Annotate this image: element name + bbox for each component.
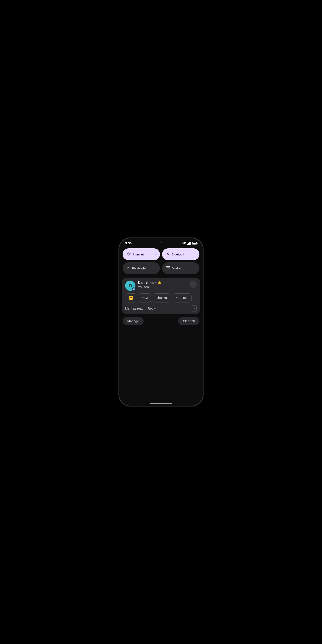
phone-frame: 9:30 5G Internet	[119, 238, 203, 406]
notification-bell-icon: 🔔	[158, 281, 161, 284]
internet-chevron-icon: ›	[155, 253, 156, 256]
clear-all-button[interactable]: Clear all	[178, 317, 200, 325]
quick-tiles: Internet › Bluetooth Flashlight Wallet ›	[119, 247, 203, 274]
notification-message: You too!	[138, 285, 187, 289]
bluetooth-tile-label: Bluetooth	[172, 252, 196, 256]
notification-header: D ● Daniel • now 🔔 You too! ⌄	[125, 280, 197, 291]
notification-content: Daniel • now 🔔 You too!	[138, 280, 187, 289]
flashlight-tile-label: Flashlight	[132, 266, 156, 270]
notification-area: D ● Daniel • now 🔔 You too! ⌄	[119, 276, 203, 327]
network-label: 5G	[182, 242, 186, 245]
wallet-chevron-icon: ›	[194, 266, 196, 270]
avatar-letter: D	[128, 283, 132, 288]
tiles-row-1: Internet › Bluetooth	[122, 248, 200, 260]
notification-buttons-row: Manage Clear all	[122, 316, 200, 326]
flashlight-icon	[126, 265, 130, 271]
home-indicator[interactable]	[150, 403, 172, 404]
notification-time: • now	[150, 281, 156, 284]
signal-bar-4	[190, 242, 191, 245]
reply-button[interactable]: Reply	[148, 307, 156, 310]
notification-title-row: Daniel • now 🔔	[138, 280, 187, 284]
avatar: D ●	[125, 280, 136, 291]
notification-actions: Mark as read Reply ↗	[125, 306, 197, 312]
wallet-icon	[166, 266, 170, 270]
camera-notch	[160, 241, 162, 244]
internet-tile[interactable]: Internet ›	[122, 248, 160, 260]
wifi-icon	[126, 252, 131, 256]
signal-bar-3	[189, 242, 190, 245]
reply-chip-emoji[interactable]: 😊	[125, 294, 137, 302]
internet-tile-label: Internet	[133, 252, 153, 256]
avatar-badge: ●	[132, 288, 136, 291]
reply-chip-you-too[interactable]: You, too!	[172, 294, 192, 302]
mark-as-read-button[interactable]: Mark as read	[125, 307, 144, 310]
battery-fill	[193, 242, 196, 244]
notification-card: D ● Daniel • now 🔔 You too! ⌄	[122, 278, 200, 314]
notification-sender: Daniel	[138, 280, 148, 284]
svg-point-1	[169, 268, 170, 268]
phone-screen: 9:30 5G Internet	[119, 238, 203, 406]
flashlight-tile[interactable]: Flashlight	[122, 262, 160, 274]
wallet-tile[interactable]: Wallet ›	[162, 262, 200, 274]
bluetooth-tile[interactable]: Bluetooth	[162, 248, 200, 260]
status-time: 9:30	[125, 241, 132, 245]
quick-reply-chips: 😊 Yay! Thanks! You, too!	[125, 294, 197, 302]
tiles-row-2: Flashlight Wallet ›	[122, 262, 200, 274]
signal-bar-1	[187, 244, 188, 245]
manage-button[interactable]: Manage	[122, 317, 144, 325]
svg-rect-0	[166, 266, 170, 269]
battery-icon	[192, 242, 197, 244]
bluetooth-icon	[166, 251, 169, 257]
wallet-tile-label: Wallet	[172, 266, 192, 270]
signal-bars	[187, 242, 191, 245]
reply-chip-yay[interactable]: Yay!	[139, 294, 151, 302]
status-icons: 5G	[182, 242, 197, 245]
reply-chip-thanks[interactable]: Thanks!	[153, 294, 171, 302]
notification-expand-button[interactable]: ⌄	[190, 280, 197, 288]
signal-bar-2	[188, 243, 189, 245]
expand-notification-icon[interactable]: ↗	[191, 306, 197, 312]
